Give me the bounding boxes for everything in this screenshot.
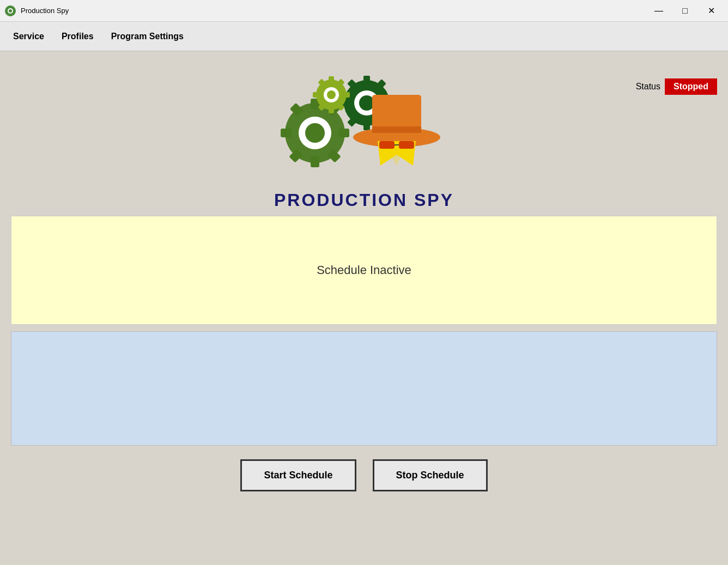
svg-rect-35 (313, 92, 319, 98)
maximize-button[interactable]: □ (672, 2, 697, 20)
schedule-text: Schedule Inactive (317, 263, 411, 277)
close-button[interactable]: ✕ (699, 2, 724, 20)
app-icon (4, 5, 16, 17)
svg-rect-11 (311, 156, 319, 167)
title-bar: Production Spy — □ ✕ (0, 0, 728, 22)
window-controls: — □ ✕ (646, 2, 724, 20)
svg-rect-22 (363, 121, 370, 130)
svg-rect-4 (10, 14, 11, 16)
logo-container (271, 57, 457, 187)
svg-rect-13 (281, 129, 292, 137)
menu-item-program-settings[interactable]: Program Settings (102, 22, 192, 51)
svg-rect-34 (343, 92, 350, 98)
svg-point-9 (305, 123, 325, 143)
svg-rect-6 (14, 10, 16, 11)
app-title: Production Spy (21, 7, 646, 15)
svg-rect-3 (10, 5, 11, 8)
status-badge: Stopped (665, 78, 717, 95)
logo-title: PRODUCTION SPY (274, 190, 454, 210)
svg-point-20 (359, 95, 374, 111)
main-content: Status Stopped (0, 51, 728, 565)
svg-rect-33 (329, 107, 334, 113)
logo-area: PRODUCTION SPY (11, 57, 717, 210)
minimize-button[interactable]: — (646, 2, 671, 20)
status-area: Status Stopped (636, 78, 717, 95)
svg-rect-5 (5, 10, 7, 11)
svg-rect-42 (372, 126, 421, 133)
svg-point-2 (9, 9, 12, 13)
menu-bar: Service Profiles Program Settings (0, 22, 728, 51)
svg-rect-46 (399, 141, 414, 149)
svg-rect-45 (379, 141, 395, 149)
start-schedule-button[interactable]: Start Schedule (240, 459, 356, 491)
svg-rect-12 (338, 129, 349, 137)
button-row: Start Schedule Stop Schedule (240, 459, 487, 491)
svg-point-31 (327, 90, 336, 99)
log-panel (11, 331, 717, 446)
panel-container: Schedule Inactive (11, 216, 717, 446)
status-label: Status (636, 82, 660, 92)
schedule-panel: Schedule Inactive (11, 216, 717, 325)
stop-schedule-button[interactable]: Stop Schedule (373, 459, 488, 491)
svg-rect-21 (363, 76, 370, 84)
menu-item-service[interactable]: Service (4, 22, 53, 51)
svg-rect-32 (329, 76, 334, 83)
menu-item-profiles[interactable]: Profiles (53, 22, 102, 51)
